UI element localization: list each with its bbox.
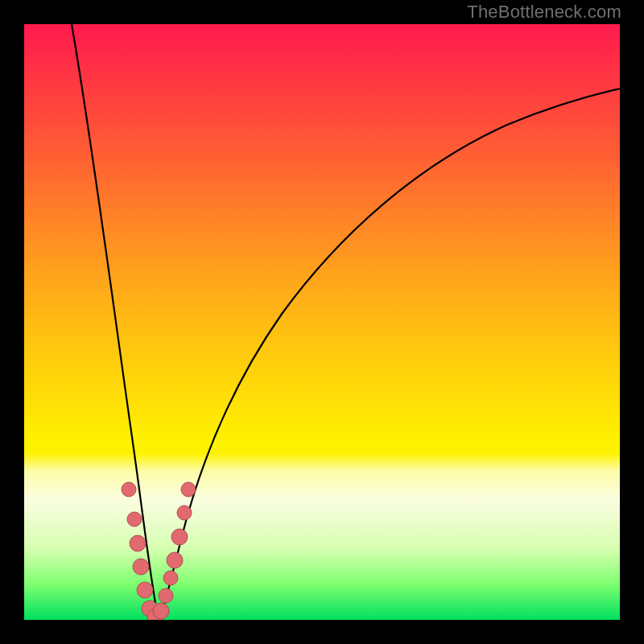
- outer-frame: TheBottleneck.com: [0, 0, 644, 644]
- data-point: [177, 506, 192, 520]
- data-point: [127, 512, 142, 526]
- data-point: [137, 582, 153, 598]
- chart-svg: [24, 24, 620, 620]
- data-point: [181, 482, 196, 497]
- data-point: [163, 571, 178, 585]
- data-point: [130, 535, 146, 551]
- data-point: [159, 588, 173, 603]
- data-point: [122, 482, 136, 497]
- left-branch-curve: [72, 24, 159, 620]
- watermark-text: TheBottleneck.com: [467, 2, 621, 23]
- right-branch-curve: [159, 89, 620, 620]
- data-point: [171, 529, 188, 545]
- data-point: [133, 559, 149, 575]
- data-point: [167, 552, 183, 568]
- plot-area: [24, 24, 620, 620]
- data-points: [122, 482, 196, 620]
- data-point: [153, 603, 169, 619]
